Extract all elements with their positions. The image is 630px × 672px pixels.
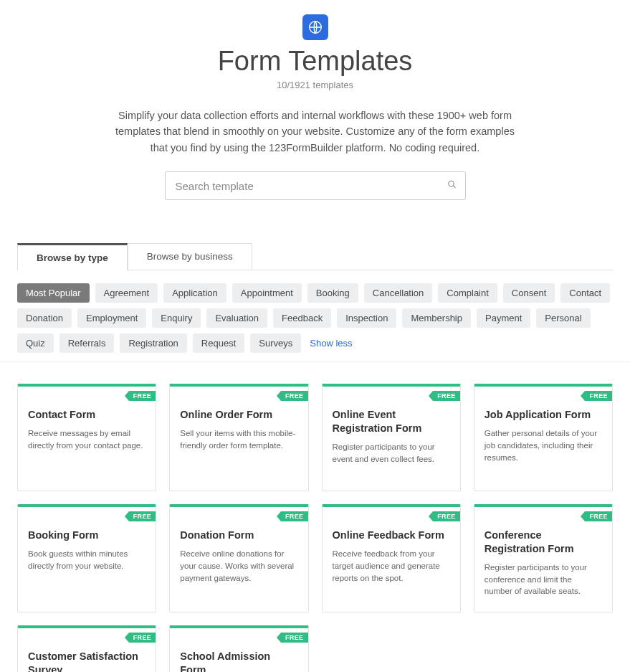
card-title: Job Application Form xyxy=(485,408,602,422)
card-title: Customer Satisfaction Survey xyxy=(28,650,145,672)
filter-chip[interactable]: Consent xyxy=(503,283,555,303)
card-description: Receive messages by email directly from … xyxy=(28,427,145,451)
card-title: Conference Registration Form xyxy=(485,529,602,556)
filter-chip[interactable]: Application xyxy=(163,283,226,303)
card-title: Online Feedback Form xyxy=(333,529,450,542)
filter-chip[interactable]: Most Popular xyxy=(17,283,90,303)
filter-chip[interactable]: Contact xyxy=(560,283,610,303)
filter-chip[interactable]: Referrals xyxy=(59,333,115,353)
template-card[interactable]: FREEOnline Order FormSell your items wit… xyxy=(169,384,308,491)
page-title: Form Templates xyxy=(0,46,630,77)
filter-chip[interactable]: Employment xyxy=(77,308,146,328)
filter-chip[interactable]: Booking xyxy=(307,283,358,303)
free-badge: FREE xyxy=(433,391,460,401)
filter-chip[interactable]: Feedback xyxy=(273,308,331,328)
card-description: Sell your items with this mobile-friendl… xyxy=(180,427,297,451)
filter-chip[interactable]: Cancellation xyxy=(364,283,433,303)
card-title: Contact Form xyxy=(28,408,145,422)
card-title: Online Order Form xyxy=(180,408,297,422)
card-description: Book guests within minutes directly from… xyxy=(28,548,145,572)
filter-chip[interactable]: Payment xyxy=(477,308,530,328)
show-less-link[interactable]: Show less xyxy=(307,333,355,353)
tab-browse-by-business[interactable]: Browse by business xyxy=(128,243,252,270)
free-badge: FREE xyxy=(281,511,308,521)
filter-chip[interactable]: Evaluation xyxy=(206,308,267,328)
filter-chip[interactable]: Donation xyxy=(17,308,72,328)
filter-chip[interactable]: Quiz xyxy=(17,333,54,353)
template-card[interactable]: FREEDonation FormReceive online donation… xyxy=(169,504,308,612)
filter-chip[interactable]: Complaint xyxy=(438,283,497,303)
filter-chip[interactable]: Inspection xyxy=(337,308,396,328)
card-description: Register participants to your event and … xyxy=(333,441,450,465)
free-badge: FREE xyxy=(281,391,308,401)
template-card[interactable]: FREECustomer Satisfaction SurveyRate you… xyxy=(17,625,156,672)
free-badge: FREE xyxy=(129,511,156,521)
free-badge: FREE xyxy=(585,391,612,401)
filter-chip[interactable]: Appointment xyxy=(232,283,302,303)
card-description: Register participants to your conference… xyxy=(485,562,602,597)
card-title: Booking Form xyxy=(28,529,145,542)
template-card[interactable]: FREESchool Admission FormGather student … xyxy=(169,625,308,672)
search-input[interactable] xyxy=(165,171,466,200)
filter-bar: Most PopularAgreementApplicationAppointm… xyxy=(0,270,630,362)
filter-chip[interactable]: Request xyxy=(193,333,244,353)
template-card[interactable]: FREEOnline Event Registration FormRegist… xyxy=(322,384,461,491)
filter-chip[interactable]: Registration xyxy=(120,333,186,353)
card-description: Receive feedback from your target audien… xyxy=(333,548,450,584)
filter-chip[interactable]: Enquiry xyxy=(152,308,201,328)
tab-browse-by-type[interactable]: Browse by type xyxy=(17,243,128,270)
template-count: 10/1921 templates xyxy=(0,80,630,90)
card-title: Online Event Registration Form xyxy=(333,408,450,435)
tabs: Browse by type Browse by business xyxy=(17,243,613,270)
filter-chip[interactable]: Membership xyxy=(402,308,471,328)
template-card[interactable]: FREEJob Application FormGather personal … xyxy=(474,384,613,491)
filter-chip[interactable]: Agreement xyxy=(95,283,158,303)
template-card[interactable]: FREEBooking FormBook guests within minut… xyxy=(17,504,156,612)
free-badge: FREE xyxy=(281,633,308,643)
free-badge: FREE xyxy=(433,511,460,521)
template-card[interactable]: FREEOnline Feedback FormReceive feedback… xyxy=(322,504,461,612)
intro-text: Simplify your data collection efforts an… xyxy=(115,108,516,156)
filter-chip[interactable]: Personal xyxy=(536,308,590,328)
filter-chip[interactable]: Surveys xyxy=(250,333,301,353)
free-badge: FREE xyxy=(585,511,612,521)
card-title: School Admission Form xyxy=(180,650,297,672)
template-card[interactable]: FREEConference Registration FormRegister… xyxy=(474,504,613,612)
template-grid: FREEContact FormReceive messages by emai… xyxy=(0,362,630,672)
card-description: Receive online donations for your cause.… xyxy=(180,548,297,584)
free-badge: FREE xyxy=(129,391,156,401)
card-description: Gather personal details of your job cand… xyxy=(485,427,602,463)
globe-icon xyxy=(302,14,328,40)
free-badge: FREE xyxy=(129,633,156,643)
template-card[interactable]: FREEContact FormReceive messages by emai… xyxy=(17,384,156,491)
card-title: Donation Form xyxy=(180,529,297,542)
